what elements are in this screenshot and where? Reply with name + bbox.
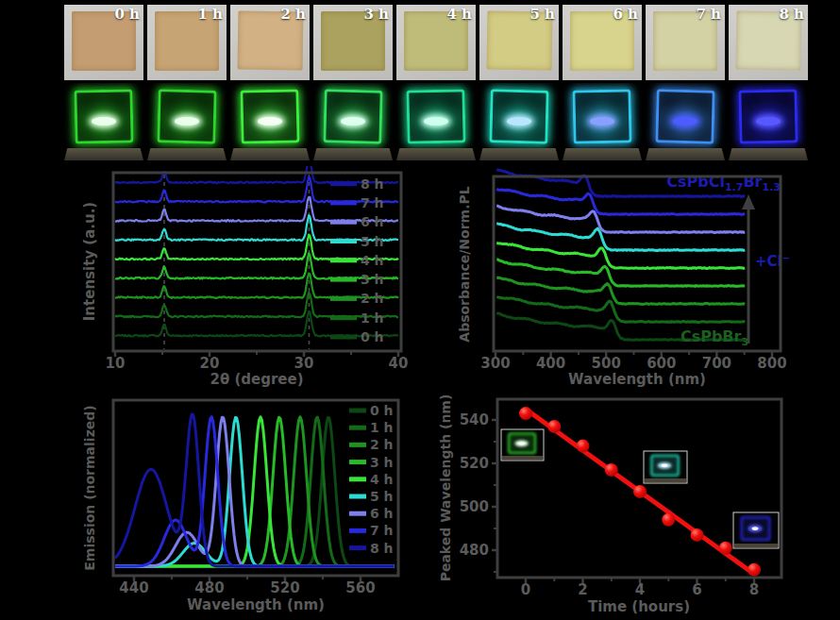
sample-time-label: 6 h — [613, 6, 638, 23]
x-axis-label: Wavelength (nm) — [568, 371, 706, 388]
sample-photo-tile: 5 h — [479, 5, 559, 80]
data-point — [633, 485, 647, 498]
y-axis-label: Peaked Wavelength (nm) — [438, 394, 453, 581]
legend-label: 2 h — [361, 291, 384, 306]
emission-curve-4h — [115, 417, 394, 566]
uv-photo-tile — [396, 83, 476, 160]
sample-photo-tile: 4 h — [396, 5, 476, 80]
chemical-formula-label: +Cl− — [755, 253, 790, 270]
legend-label: 4 h — [361, 253, 384, 268]
sample-photo-tile: 2 h — [230, 5, 310, 80]
legend-label: 8 h — [361, 176, 384, 192]
sample-time-label: 7 h — [696, 6, 721, 23]
legend-label: 4 h — [370, 472, 394, 487]
y-tick-label: 480 — [460, 542, 489, 559]
sample-photo-tile: 7 h — [646, 5, 725, 80]
abs-curve-5h — [496, 224, 745, 250]
legend-label: 7 h — [370, 523, 394, 538]
photo-row-white-light: 0 h1 h2 h3 h4 h5 h6 h7 h8 h — [64, 5, 808, 80]
uv-photo-tile — [147, 83, 227, 160]
legend-label: 6 h — [361, 214, 384, 229]
x-tick-label: 20 — [200, 355, 220, 372]
x-tick-label: 400 — [536, 355, 565, 372]
legend-label: 3 h — [361, 272, 384, 287]
y-tick-label: 540 — [460, 411, 489, 428]
abs-curve-7h — [496, 189, 745, 214]
sample-stand — [646, 148, 725, 160]
sample-time-label: 3 h — [363, 6, 389, 23]
xrd-trace-4h — [115, 235, 398, 260]
absorbance-chart: CsPbCl1.7Br1.3+Cl−CsPbBr3300400500600700… — [444, 166, 840, 391]
emission-curve-2h — [115, 417, 394, 566]
x-tick-label: 440 — [119, 579, 148, 596]
sample-time-label: 5 h — [529, 6, 555, 23]
legend-label: 7 h — [361, 195, 384, 210]
abs-curve-4h — [496, 243, 745, 269]
sample-stand — [396, 148, 476, 160]
sample-time-label: 4 h — [446, 6, 472, 23]
x-tick-label: 10 — [106, 355, 126, 372]
sample-time-label: 0 h — [114, 6, 140, 23]
photo-row-uv-light — [64, 83, 808, 160]
emission-curve-6h — [115, 417, 394, 566]
peak-wavelength-chart: 02468480500520540Time (hours)Peaked Wave… — [434, 394, 840, 620]
legend-label: 5 h — [361, 234, 384, 249]
emission-curve-5h — [115, 418, 394, 567]
uv-photo-tile — [313, 83, 393, 160]
legend-label: 0 h — [370, 403, 394, 418]
legend-label: 8 h — [370, 541, 394, 556]
y-axis-label: Absorbance/Norm.PL — [457, 186, 472, 342]
inset-photo-cyan-film-inset — [644, 451, 687, 483]
uv-photo-tile — [64, 83, 143, 160]
xrd-trace-5h — [115, 215, 398, 241]
data-point — [519, 407, 532, 420]
sample-stand — [479, 148, 559, 160]
legend-label: 5 h — [370, 489, 394, 504]
legend-label: 6 h — [370, 506, 394, 521]
x-tick-label: 2 — [578, 581, 587, 598]
sample-photo-tile: 1 h — [147, 5, 227, 80]
data-point — [605, 463, 618, 477]
inset-photo-green-film-inset — [501, 429, 544, 461]
sample-stand — [313, 148, 393, 160]
figure-canvas: 0 h1 h2 h3 h4 h5 h6 h7 h8 h 8 h7 h6 h5 h… — [0, 0, 840, 620]
x-tick-label: 600 — [647, 355, 676, 372]
abs-curve-3h — [496, 260, 745, 286]
plot-border — [494, 176, 781, 351]
sample-time-label: 8 h — [779, 6, 804, 23]
emission-curve-7h — [115, 417, 394, 566]
x-tick-label: 30 — [294, 355, 314, 372]
x-tick-label: 6 — [692, 581, 701, 598]
emission-curve-0h — [115, 418, 394, 567]
x-tick-label: 0 — [521, 581, 530, 598]
sample-stand — [147, 148, 227, 160]
sample-photo-tile: 3 h — [313, 5, 393, 80]
legend-label: 3 h — [370, 455, 394, 470]
x-tick-label: 700 — [702, 355, 731, 372]
sample-stand — [563, 148, 642, 160]
plot-border — [113, 173, 401, 351]
data-point — [748, 563, 761, 577]
sample-photo-tile: 6 h — [563, 5, 642, 80]
xrd-chart: 8 h7 h6 h5 h4 h3 h2 h1 h0 h102030402θ (d… — [57, 166, 434, 391]
sample-stand — [729, 148, 808, 160]
x-tick-label: 40 — [389, 355, 409, 372]
sample-stand — [230, 148, 310, 160]
x-tick-label: 500 — [592, 355, 621, 372]
emission-curve-1h — [115, 417, 394, 566]
y-axis-label: Intensity (a.u.) — [81, 202, 98, 321]
uv-photo-tile — [729, 83, 808, 160]
inset-photo-blue-film-inset — [733, 512, 779, 548]
x-axis-label: Time (hours) — [588, 598, 690, 615]
uv-photo-tile — [646, 83, 725, 160]
data-point — [691, 528, 704, 542]
data-point — [547, 420, 561, 433]
sample-photo-tile: 8 h — [729, 5, 808, 80]
emission-curve-3h — [115, 417, 394, 566]
x-tick-label: 800 — [757, 355, 786, 372]
uv-photo-tile — [479, 83, 559, 160]
uv-photo-tile — [563, 83, 642, 160]
y-tick-label: 520 — [460, 455, 489, 472]
x-tick-label: 480 — [194, 579, 224, 596]
data-point — [719, 542, 732, 555]
